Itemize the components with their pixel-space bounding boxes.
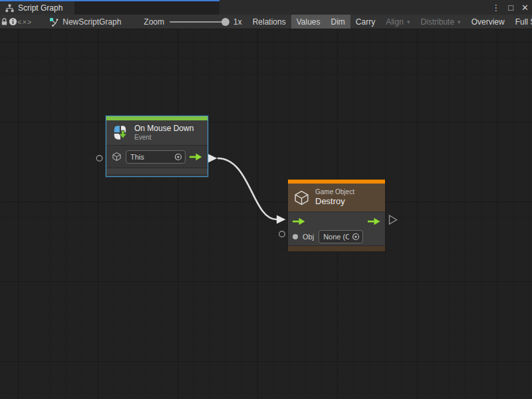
overview-button[interactable]: Overview: [466, 15, 510, 29]
chevron-down-icon: ▾: [407, 19, 410, 25]
destroy-obj-input-port[interactable]: [279, 231, 285, 237]
carry-button[interactable]: Carry: [350, 15, 380, 29]
script-graph-asset-icon: [49, 17, 59, 27]
node-header: On Mouse Down Event: [106, 120, 207, 146]
flow-connection-wire[interactable]: [217, 158, 277, 219]
window-controls: ⋮ □ ✕: [491, 0, 529, 15]
tab-bar: Script Graph ⋮ □ ✕: [0, 0, 532, 15]
tab-well: [74, 1, 219, 15]
chevron-down-icon: ▾: [458, 19, 461, 25]
node-footer: [288, 245, 385, 251]
graph-canvas[interactable]: On Mouse Down Event This: [0, 29, 532, 399]
flow-in-arrow-icon[interactable]: [293, 217, 305, 225]
node-title: Destroy: [315, 196, 354, 207]
target-field-value: This: [130, 153, 144, 161]
flow-out-arrow-icon[interactable]: [190, 153, 202, 161]
obj-label: Obj: [303, 233, 314, 241]
event-target-row: This: [106, 146, 207, 168]
info-icon: [9, 17, 17, 26]
destroy-obj-row: Obj None (O: [288, 228, 385, 245]
obj-field[interactable]: None (O: [319, 230, 363, 243]
node-subtitle: Event: [134, 134, 194, 142]
fullscreen-button[interactable]: Full S: [510, 15, 532, 29]
destroy-flow-row: [288, 214, 385, 228]
obj-field-value: None (O: [323, 233, 349, 241]
values-button[interactable]: Values: [291, 15, 326, 29]
hierarchy-icon: [5, 4, 14, 13]
flow-connection-arrowhead: [277, 215, 286, 224]
event-target-input-port[interactable]: [96, 156, 102, 162]
script-graph-window: Script Graph ⋮ □ ✕ <×>: [0, 0, 532, 399]
tab-bar-right: [219, 0, 532, 15]
relations-button[interactable]: Relations: [247, 15, 291, 29]
lock-icon: [0, 17, 9, 26]
destroy-exit-port[interactable]: [390, 215, 397, 224]
node-category: Game Object: [315, 188, 354, 196]
graph-toolbar: <×> NewScriptGraph Zoom 1x Relations Val…: [0, 15, 532, 29]
game-object-cube-icon: [112, 152, 122, 162]
zoom-label: Zoom: [144, 17, 164, 27]
code-preview-button[interactable]: <×>: [17, 15, 32, 29]
node-on-mouse-down[interactable]: On Mouse Down Event This: [106, 116, 207, 176]
dim-button[interactable]: Dim: [326, 15, 350, 29]
maximize-icon[interactable]: □: [508, 3, 513, 12]
connection-layer: [0, 29, 532, 399]
close-icon[interactable]: ✕: [521, 3, 529, 12]
flow-output-arrow[interactable]: [208, 154, 217, 163]
lock-button[interactable]: [0, 15, 9, 29]
game-object-cube-icon: [293, 190, 310, 206]
node-destroy[interactable]: Game Object Destroy Obj: [288, 180, 385, 251]
tab-label: Script Graph: [18, 3, 63, 13]
zoom-slider[interactable]: [170, 21, 228, 23]
zoom-value: 1x: [233, 17, 242, 27]
node-footer: [106, 168, 207, 174]
obj-value-port[interactable]: [293, 234, 298, 239]
zoom-control: Zoom 1x: [144, 15, 241, 29]
window-menu-icon[interactable]: ⋮: [491, 3, 500, 12]
mouse-down-icon: [112, 124, 129, 142]
distribute-dropdown[interactable]: Distribute ▾: [415, 15, 466, 29]
graph-asset-name: NewScriptGraph: [63, 17, 121, 27]
flow-out-arrow-icon[interactable]: [368, 217, 380, 225]
object-picker-icon[interactable]: [352, 233, 360, 241]
graph-asset-breadcrumb[interactable]: NewScriptGraph: [49, 15, 121, 29]
align-dropdown[interactable]: Align ▾: [380, 15, 415, 29]
node-header: Game Object Destroy: [288, 184, 385, 212]
object-picker-icon[interactable]: [174, 153, 182, 161]
zoom-slider-handle[interactable]: [221, 18, 229, 26]
tab-script-graph[interactable]: Script Graph: [0, 1, 74, 15]
node-title: On Mouse Down: [134, 124, 194, 133]
code-icon: <×>: [17, 18, 32, 26]
info-button[interactable]: [9, 15, 17, 29]
target-field[interactable]: This: [126, 150, 186, 164]
